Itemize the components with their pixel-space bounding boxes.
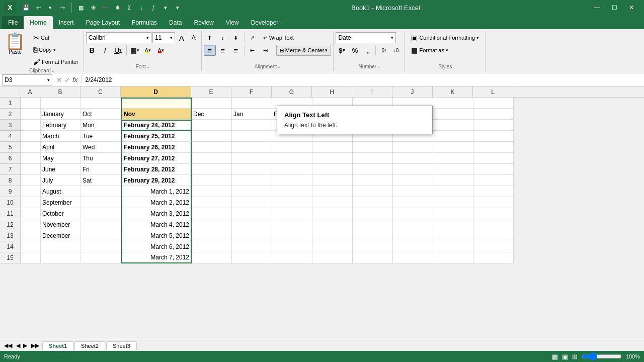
undo-icon[interactable]: ↩ <box>33 3 43 13</box>
zoom-slider[interactable] <box>582 353 622 359</box>
font-color-button[interactable]: A▾ <box>155 45 167 56</box>
font-shrink-button[interactable]: A <box>188 32 199 43</box>
italic-button[interactable]: I <box>99 45 111 56</box>
paste-button[interactable]: 📋 Paste <box>2 32 28 56</box>
tab-view[interactable]: View <box>220 16 245 29</box>
merge-center-dropdown[interactable]: ▾ <box>325 48 328 53</box>
cell-E1[interactable] <box>192 98 232 109</box>
row-header-11[interactable]: 11 <box>0 208 20 219</box>
sheet-tab-3[interactable]: Sheet3 <box>106 341 137 350</box>
cell-D11[interactable]: March 3, 2012 <box>121 208 192 219</box>
cell-C1[interactable] <box>81 98 121 109</box>
cell-A2[interactable] <box>21 109 41 120</box>
name-box-chevron[interactable]: ▾ <box>47 77 50 82</box>
underline-button[interactable]: U▾ <box>112 45 124 56</box>
col-header-G[interactable]: G <box>272 86 312 97</box>
cell-D10[interactable]: March 2, 2012 <box>121 197 192 208</box>
sheet-right-scroll[interactable]: ▶▶ <box>29 342 41 349</box>
copy-dropdown-icon[interactable]: ▾ <box>53 47 56 52</box>
cell-D13[interactable]: March 5, 2012 <box>121 230 192 241</box>
tab-data[interactable]: Data <box>163 16 188 29</box>
comma-button[interactable]: , <box>362 45 374 56</box>
maximize-button[interactable]: ☐ <box>606 0 623 15</box>
cell-E2[interactable]: Dec <box>192 109 232 120</box>
cell-D14[interactable]: March 6, 2012 <box>121 241 192 252</box>
tab-home[interactable]: Home <box>24 16 52 29</box>
close-button[interactable]: ✕ <box>623 0 640 15</box>
row-header-14[interactable]: 14 <box>0 241 20 252</box>
cell-D3[interactable]: February 24, 2012 <box>121 120 192 131</box>
cell-F1[interactable] <box>232 98 272 109</box>
copy-button[interactable]: ⎘ Copy ▾ <box>30 44 82 55</box>
sheet-left-arrow[interactable]: ◀ <box>15 342 21 349</box>
row-header-5[interactable]: 5 <box>0 142 20 153</box>
format-painter-button[interactable]: 🖌 Format Painter <box>30 56 82 67</box>
row-header-13[interactable]: 13 <box>0 230 20 241</box>
normal-view-icon[interactable]: ▦ <box>552 353 558 360</box>
col-header-A[interactable]: A <box>20 86 40 97</box>
row-header-3[interactable]: 3 <box>0 120 20 131</box>
confirm-formula-icon[interactable]: ✓ <box>64 76 70 84</box>
tab-insert[interactable]: Insert <box>53 16 80 29</box>
col-header-I[interactable]: I <box>352 86 392 97</box>
cell-C3[interactable]: Mon <box>81 120 121 131</box>
cell-D8[interactable]: February 29, 2012 <box>121 175 192 186</box>
tab-pagelayout[interactable]: Page Layout <box>80 16 126 29</box>
cell-B1[interactable] <box>41 98 81 109</box>
page-break-icon[interactable]: ⊞ <box>572 353 578 360</box>
cell-K3[interactable] <box>433 120 473 131</box>
indent-dec-button[interactable]: ⇤ <box>247 45 259 56</box>
cell-L2[interactable] <box>473 109 514 120</box>
tab-review[interactable]: Review <box>188 16 219 29</box>
border-button[interactable]: ▦▾ <box>129 45 141 56</box>
cell-L1[interactable] <box>473 98 514 109</box>
cell-D9[interactable]: March 1, 2012 <box>121 186 192 197</box>
row-header-12[interactable]: 12 <box>0 219 20 230</box>
font-name-chevron[interactable]: ▾ <box>146 35 149 40</box>
align-middle-button[interactable]: ↕ <box>217 32 229 43</box>
row-header-9[interactable]: 9 <box>0 186 20 197</box>
underline-dropdown[interactable]: ▾ <box>119 48 122 53</box>
fontcolor-dropdown[interactable]: ▾ <box>162 48 164 53</box>
format-as-table-button[interactable]: ▦ Format as ▾ <box>408 45 482 56</box>
save-icon[interactable]: 💾 <box>21 3 31 13</box>
insert-icon[interactable]: ✙ <box>88 3 98 13</box>
row-header-2[interactable]: 2 <box>0 109 20 120</box>
bold-button[interactable]: B <box>86 45 98 56</box>
cell-D7[interactable]: February 28, 2012 <box>121 164 192 175</box>
cell-D6[interactable]: February 27, 2012 <box>121 153 192 164</box>
wrap-text-button[interactable]: ↵ Wrap Text <box>260 32 297 43</box>
cell-L3[interactable] <box>473 120 514 131</box>
page-layout-icon[interactable]: ▣ <box>562 353 568 360</box>
col-header-E[interactable]: E <box>191 86 231 97</box>
cell-E3[interactable] <box>192 120 232 131</box>
cell-K2[interactable] <box>433 109 473 120</box>
col-header-B[interactable]: B <box>40 86 80 97</box>
cell-D4[interactable]: February 25, 2012 <box>121 131 192 142</box>
cut-button[interactable]: ✂ Cut <box>30 32 82 43</box>
sigma-icon[interactable]: Σ <box>124 3 134 13</box>
increase-decimal-button[interactable]: .0↑ <box>377 45 389 56</box>
formula-input[interactable]: 2/24/2012 <box>82 75 642 84</box>
clipboard-expand-icon[interactable]: ⬦ <box>52 68 54 73</box>
align-bottom-button[interactable]: ⬇ <box>230 32 242 43</box>
sheet-tab-2[interactable]: Sheet2 <box>74 341 105 350</box>
number-format-chevron[interactable]: ▾ <box>391 35 393 40</box>
cell-A3[interactable] <box>21 120 41 131</box>
col-header-L[interactable]: L <box>473 86 513 97</box>
cell-F2[interactable]: Jan <box>232 109 272 120</box>
align-right-button[interactable]: ≡ <box>230 45 242 56</box>
col-header-H[interactable]: H <box>312 86 352 97</box>
cell-D5[interactable]: February 26, 2012 <box>121 142 192 153</box>
sheet-left-scroll[interactable]: ◀◀ <box>2 342 14 349</box>
cancel-formula-icon[interactable]: ✕ <box>56 76 62 84</box>
row-header-1[interactable]: 1 <box>0 98 20 109</box>
toolbar-more-icon[interactable]: ▾ <box>173 3 183 13</box>
align-center-button[interactable]: ≡ <box>217 45 229 56</box>
cell-C2[interactable]: Oct <box>81 109 121 120</box>
redo-icon[interactable]: ↪ <box>57 3 67 13</box>
number-format-dropdown[interactable]: Date ▾ <box>336 32 396 43</box>
fill-color-button[interactable]: A▾ <box>142 45 154 56</box>
row-header-15[interactable]: 15 <box>0 252 20 263</box>
align-left-button[interactable]: ≡ <box>204 45 216 56</box>
